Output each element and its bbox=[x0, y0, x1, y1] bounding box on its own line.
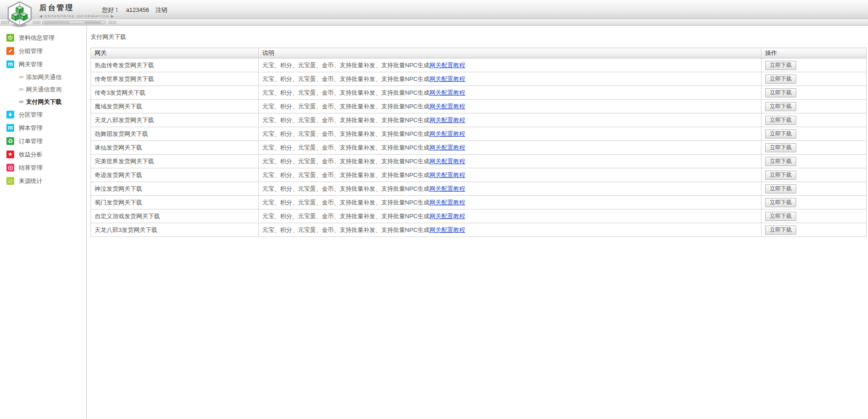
sidebar-subitem-gateway-query[interactable]: >> 网关通信查询 bbox=[0, 83, 86, 96]
gateway-description-cell: 元宝、积分、元宝蛋、金币、支持批量补发、支持批量NPC生成网关配置教程 bbox=[259, 100, 761, 113]
operation-cell: 立即下载 bbox=[761, 127, 867, 141]
gateway-config-tutorial-link[interactable]: 网关配置教程 bbox=[429, 117, 465, 124]
table-row: 蜀门发货网关下载 元宝、积分、元宝蛋、金币、支持批量补发、支持批量NPC生成网关… bbox=[91, 196, 867, 210]
operation-cell: 立即下载 bbox=[761, 59, 867, 72]
description-text: 元宝、积分、元宝蛋、金币、支持批量补发、支持批量NPC生成 bbox=[262, 117, 429, 124]
download-now-button[interactable]: 立即下载 bbox=[765, 157, 796, 166]
download-now-button[interactable]: 立即下载 bbox=[765, 102, 796, 111]
download-now-button[interactable]: 立即下载 bbox=[765, 61, 796, 70]
description-text: 元宝、积分、元宝蛋、金币、支持批量补发、支持批量NPC生成 bbox=[262, 89, 429, 96]
sidebar-item-label: 结算管理 bbox=[19, 164, 43, 172]
gateway-config-tutorial-link[interactable]: 网关配置教程 bbox=[429, 226, 465, 233]
gateway-config-tutorial-link[interactable]: 网关配置教程 bbox=[429, 199, 465, 206]
download-now-button[interactable]: 立即下载 bbox=[765, 143, 796, 152]
gateway-m-icon: m bbox=[6, 60, 14, 68]
main-content: 支付网关下载 网关 说明 操作 热血传奇发货网关下载 元宝、积分、元宝蛋、金币、… bbox=[87, 26, 868, 419]
sidebar-item-label: 订单管理 bbox=[19, 137, 43, 145]
gateway-config-tutorial-link[interactable]: 网关配置教程 bbox=[429, 144, 465, 151]
page-title: 支付网关下载 bbox=[91, 33, 867, 41]
script-m-icon: m bbox=[6, 124, 14, 132]
gateway-config-tutorial-link[interactable]: 网关配置教程 bbox=[429, 62, 465, 69]
gateway-description-cell: 元宝、积分、元宝蛋、金币、支持批量补发、支持批量NPC生成网关配置教程 bbox=[259, 59, 761, 72]
user-greeting: 您好！ a123456 注销 bbox=[102, 6, 167, 14]
gateway-name: 奇迹发货网关下载 bbox=[95, 172, 142, 178]
gateway-config-tutorial-link[interactable]: 网关配置教程 bbox=[429, 172, 465, 178]
gateway-table: 网关 说明 操作 热血传奇发货网关下载 元宝、积分、元宝蛋、金币、支持批量补发、… bbox=[91, 48, 867, 237]
sidebar-item-revenue-analysis[interactable]: ★ 收益分析 bbox=[0, 148, 86, 161]
sidebar-subitem-add-gateway[interactable]: >> 添加网关通信 bbox=[0, 71, 86, 83]
description-text: 元宝、积分、元宝蛋、金币、支持批量补发、支持批量NPC生成 bbox=[262, 75, 429, 82]
logout-link[interactable]: 注销 bbox=[155, 6, 167, 13]
submenu-arrow-icon: >> bbox=[19, 99, 23, 104]
gateway-name: 诛仙发货网关下载 bbox=[95, 144, 142, 151]
sidebar-item-label: 分区管理 bbox=[19, 111, 43, 119]
sidebar-item-label: 来源统计 bbox=[19, 177, 43, 185]
sidebar-item-settlement-management[interactable]: 结算管理 bbox=[0, 161, 86, 174]
app-logo-icon bbox=[5, 1, 35, 27]
table-row: 传奇世界发货网关下载 元宝、积分、元宝蛋、金币、支持批量补发、支持批量NPC生成… bbox=[91, 72, 867, 86]
sidebar-item-script-management[interactable]: m 脚本管理 bbox=[0, 121, 86, 134]
sidebar-subitem-label: 网关通信查询 bbox=[26, 86, 62, 94]
gateway-config-tutorial-link[interactable]: 网关配置教程 bbox=[429, 103, 465, 110]
gateway-description-cell: 元宝、积分、元宝蛋、金币、支持批量补发、支持批量NPC生成网关配置教程 bbox=[259, 86, 761, 100]
table-row: 传奇3发货网关下载 元宝、积分、元宝蛋、金币、支持批量补发、支持批量NPC生成网… bbox=[91, 86, 867, 100]
power-icon bbox=[6, 34, 14, 42]
gateway-name-cell: 自定义游戏发货网关下载 bbox=[91, 210, 259, 223]
download-now-button[interactable]: 立即下载 bbox=[765, 171, 796, 180]
gateway-config-tutorial-link[interactable]: 网关配置教程 bbox=[429, 89, 465, 96]
app-subtitle: ◀ ENTERPRISE INFORMATION ▶ bbox=[39, 14, 115, 18]
decor-slider-capsule bbox=[42, 21, 106, 24]
sidebar-item-partition-management[interactable]: 分区管理 bbox=[0, 108, 86, 121]
gateway-name: 天龙八部发货网关下载 bbox=[95, 117, 154, 124]
sidebar-item-source-statistics[interactable]: ☺ 来源统计 bbox=[0, 174, 86, 188]
gateway-name-cell: 劲舞团发货网关下载 bbox=[91, 127, 259, 141]
operation-cell: 立即下载 bbox=[761, 182, 867, 196]
gateway-name-cell: 魔域发货网关下载 bbox=[91, 100, 259, 113]
gateway-config-tutorial-link[interactable]: 网关配置教程 bbox=[429, 185, 465, 192]
submenu-arrow-icon: >> bbox=[19, 75, 23, 80]
description-text: 元宝、积分、元宝蛋、金币、支持批量补发、支持批量NPC生成 bbox=[262, 130, 429, 137]
sidebar-subitem-payment-gateway-download[interactable]: >> 支付网关下载 bbox=[0, 96, 86, 108]
download-now-button[interactable]: 立即下载 bbox=[765, 75, 796, 84]
sidebar-item-order-management[interactable]: ♻ 订单管理 bbox=[0, 134, 86, 148]
operation-cell: 立即下载 bbox=[761, 113, 867, 127]
table-row: 天龙八部3发货网关下载 元宝、积分、元宝蛋、金币、支持批量补发、支持批量NPC生… bbox=[91, 223, 867, 237]
sidebar-subitem-label: 支付网关下载 bbox=[26, 98, 62, 106]
gateway-description-cell: 元宝、积分、元宝蛋、金币、支持批量补发、支持批量NPC生成网关配置教程 bbox=[259, 72, 761, 86]
description-text: 元宝、积分、元宝蛋、金币、支持批量补发、支持批量NPC生成 bbox=[262, 62, 429, 69]
table-header-row: 网关 说明 操作 bbox=[91, 48, 867, 59]
sidebar-item-gateway-management[interactable]: m 网关管理 bbox=[0, 58, 86, 71]
sidebar-item-info-management[interactable]: 资料信息管理 bbox=[0, 31, 86, 44]
gateway-name-cell: 完美世界发货网关下载 bbox=[91, 155, 259, 168]
header-decor-bar bbox=[0, 19, 868, 26]
smiley-icon: ☺ bbox=[6, 177, 14, 185]
greeting-text: 您好！ bbox=[102, 6, 120, 13]
gateway-description-cell: 元宝、积分、元宝蛋、金币、支持批量补发、支持批量NPC生成网关配置教程 bbox=[259, 127, 761, 141]
download-now-button[interactable]: 立即下载 bbox=[765, 116, 796, 125]
down-arrow-icon bbox=[6, 111, 14, 118]
play-icon bbox=[6, 164, 14, 172]
description-text: 元宝、积分、元宝蛋、金币、支持批量补发、支持批量NPC生成 bbox=[262, 103, 429, 110]
operation-cell: 立即下载 bbox=[761, 196, 867, 210]
download-now-button[interactable]: 立即下载 bbox=[765, 226, 796, 235]
gateway-config-tutorial-link[interactable]: 网关配置教程 bbox=[429, 213, 465, 220]
submenu-arrow-icon: >> bbox=[19, 87, 23, 92]
gateway-config-tutorial-link[interactable]: 网关配置教程 bbox=[429, 130, 465, 137]
tick-marks-right bbox=[109, 21, 117, 24]
sidebar-item-group-management[interactable]: 分组管理 bbox=[0, 44, 86, 58]
download-now-button[interactable]: 立即下载 bbox=[765, 129, 796, 139]
gateway-name-cell: 传奇3发货网关下载 bbox=[91, 86, 259, 100]
download-now-button[interactable]: 立即下载 bbox=[765, 198, 796, 207]
download-now-button[interactable]: 立即下载 bbox=[765, 88, 796, 97]
description-text: 元宝、积分、元宝蛋、金币、支持批量补发、支持批量NPC生成 bbox=[262, 185, 429, 192]
description-text: 元宝、积分、元宝蛋、金币、支持批量补发、支持批量NPC生成 bbox=[262, 158, 429, 165]
gateway-config-tutorial-link[interactable]: 网关配置教程 bbox=[429, 158, 465, 165]
sidebar-item-label: 分组管理 bbox=[19, 47, 43, 55]
gateway-config-tutorial-link[interactable]: 网关配置教程 bbox=[429, 75, 465, 82]
gateway-name-cell: 传奇世界发货网关下载 bbox=[91, 72, 259, 86]
download-now-button[interactable]: 立即下载 bbox=[765, 212, 796, 221]
download-now-button[interactable]: 立即下载 bbox=[765, 184, 796, 193]
gateway-description-cell: 元宝、积分、元宝蛋、金币、支持批量补发、支持批量NPC生成网关配置教程 bbox=[259, 168, 761, 182]
table-row: 天龙八部发货网关下载 元宝、积分、元宝蛋、金币、支持批量补发、支持批量NPC生成… bbox=[91, 113, 867, 127]
sidebar-item-label: 收益分析 bbox=[19, 150, 43, 159]
